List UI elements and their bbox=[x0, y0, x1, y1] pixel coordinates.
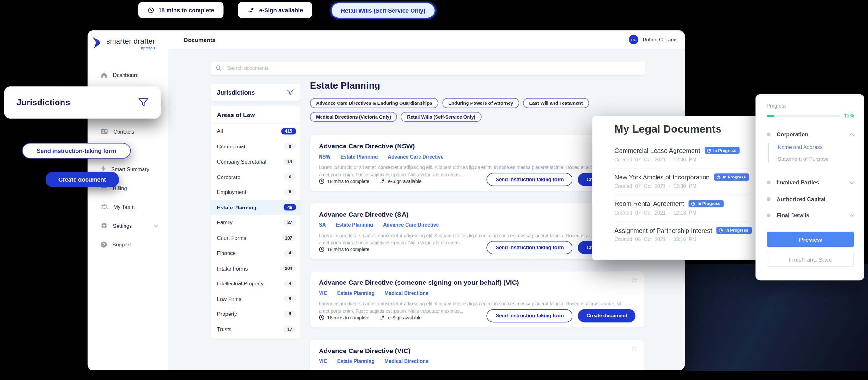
tag-jurisdiction[interactable]: NSW bbox=[319, 154, 331, 160]
sidebar-item-my-team[interactable]: My Team bbox=[101, 202, 158, 211]
substep-statement-purpose[interactable]: Statement of Purpose bbox=[778, 156, 829, 162]
help-icon: ? bbox=[101, 241, 107, 247]
search-input[interactable] bbox=[226, 65, 640, 71]
chip-last-will[interactable]: Last Will and Testament bbox=[523, 98, 589, 108]
create-document-button[interactable]: Create document bbox=[578, 309, 636, 322]
sidebar-item-support[interactable]: ? Support bbox=[101, 240, 158, 249]
chip-advance-care-directives[interactable]: Advance Care Directives & Enduring Guard… bbox=[310, 98, 438, 108]
send-form-button[interactable]: Send instruction-taking form bbox=[487, 241, 572, 254]
area-row-court-forms[interactable]: Court Forms107 bbox=[210, 230, 300, 245]
card-tags: VIC Estate Planning Medical Directions bbox=[319, 358, 636, 364]
area-row-all[interactable]: All415 bbox=[210, 124, 300, 139]
finish-and-save-button[interactable]: Finish and Save bbox=[767, 252, 855, 267]
progress-pie-icon bbox=[707, 148, 711, 152]
area-row-property[interactable]: Property9 bbox=[210, 306, 300, 321]
preview-button[interactable]: Preview bbox=[767, 232, 855, 247]
filters-column: Jurisdictions Areas of Law All415 Commer… bbox=[210, 84, 300, 339]
legal-doc-row[interactable]: Assignment of Partnership Interest In Pr… bbox=[615, 222, 749, 248]
area-row-commercial[interactable]: Commercial9 bbox=[210, 139, 300, 154]
user-name: Robert C. Lane bbox=[643, 37, 677, 42]
sidebar-item-contacts[interactable]: Contacts bbox=[101, 127, 158, 136]
home-icon bbox=[101, 72, 107, 78]
bird-logo-icon bbox=[92, 37, 103, 49]
esign-pen-icon bbox=[379, 315, 385, 321]
area-row-company-secretarial[interactable]: Company Secretarial14 bbox=[210, 154, 300, 169]
tag-type[interactable]: Advance Care Directive bbox=[388, 154, 443, 160]
logo-name: smarter drafter bbox=[106, 37, 155, 45]
esign-callout-badge: e-Sign available bbox=[238, 2, 312, 18]
sidebar-item-dashboard[interactable]: Dashboard bbox=[101, 70, 158, 79]
step-final-details[interactable]: Final Details bbox=[767, 212, 855, 218]
chevron-down-icon bbox=[849, 213, 854, 217]
count-badge: 4 bbox=[284, 250, 296, 256]
star-icon[interactable]: ☆ bbox=[630, 345, 637, 352]
jurisdictions-callout[interactable]: Jurisdictions bbox=[4, 86, 161, 119]
status-badge: In Progress bbox=[688, 200, 723, 207]
tag-area[interactable]: Estate Planning bbox=[337, 290, 375, 296]
area-row-trusts[interactable]: Trusts17 bbox=[210, 322, 300, 337]
area-row-intellectual-property[interactable]: Intellectual Property4 bbox=[210, 276, 300, 291]
create-document-callout-button[interactable]: Create document bbox=[45, 172, 119, 187]
card-meta: 18 mins to complete bbox=[319, 246, 370, 252]
area-row-law-firms[interactable]: Law Firms9 bbox=[210, 291, 300, 306]
card-title: Advance Care Directive (VIC) bbox=[319, 347, 636, 355]
tag-type[interactable]: Advance Care Directive bbox=[383, 222, 439, 228]
created-timestamp: Created 06 Oct 2021 - 03:16 PM bbox=[615, 237, 749, 242]
card-tags: NSW Estate Planning Advance Care Directi… bbox=[319, 154, 636, 160]
area-row-corporate[interactable]: Corporate6 bbox=[210, 169, 300, 184]
count-badge: 204 bbox=[281, 265, 296, 272]
search-icon bbox=[216, 65, 222, 71]
composite-stage: 18 mins to complete e-Sign available Ret… bbox=[0, 0, 868, 380]
count-badge: 4 bbox=[284, 280, 296, 287]
sidebar-item-label: Smart Summary bbox=[111, 166, 149, 172]
sidebar-item-settings[interactable]: Settings bbox=[101, 221, 158, 230]
tag-type[interactable]: Medical Directions bbox=[384, 290, 428, 296]
step-dot bbox=[767, 197, 771, 201]
area-row-estate-planning[interactable]: Estate Planning46 bbox=[210, 200, 300, 215]
tag-area[interactable]: Estate Planning bbox=[340, 154, 378, 160]
step-corporation[interactable]: Corporation bbox=[767, 131, 855, 137]
step-authorized-capital[interactable]: Authorized Capital bbox=[767, 196, 855, 202]
send-form-button[interactable]: Send instruction-taking form bbox=[487, 309, 572, 322]
retail-wills-label: Retail Wills (Self-Service Only) bbox=[341, 7, 426, 14]
star-icon[interactable]: ☆ bbox=[630, 276, 637, 284]
chip-retail-wills[interactable]: Retail Wills (Self-Service Only) bbox=[401, 112, 482, 122]
count-badge: 27 bbox=[283, 219, 296, 226]
content-header: Documents RL Robert C. Lane bbox=[168, 30, 685, 49]
page-title: Documents bbox=[184, 36, 215, 43]
tag-jurisdiction[interactable]: VIC bbox=[319, 358, 327, 364]
area-row-intake-forms[interactable]: Intake Forms204 bbox=[210, 261, 300, 276]
tag-jurisdiction[interactable]: SA bbox=[319, 222, 326, 228]
tag-jurisdiction[interactable]: VIC bbox=[319, 290, 327, 296]
tag-type[interactable]: Medical Directions bbox=[384, 358, 428, 364]
esign-pen-icon bbox=[379, 178, 385, 184]
chip-enduring-powers[interactable]: Enduring Powers of Attorney bbox=[442, 98, 519, 108]
chip-medical-directions[interactable]: Medical Directions (Victoria Only) bbox=[310, 112, 397, 122]
document-card-vic-behalf: ☆ Advance Care Directive (someone signin… bbox=[310, 271, 645, 327]
legal-doc-row[interactable]: Commercial Lease Agreement In Progress C… bbox=[615, 142, 749, 168]
legal-doc-row[interactable]: Room Rental Agreement In Progress Create… bbox=[615, 195, 749, 222]
substep-name-address[interactable]: Name and Address bbox=[778, 144, 829, 150]
chevron-down-icon bbox=[154, 224, 158, 227]
status-badge: In Progress bbox=[717, 227, 752, 234]
area-row-finance[interactable]: Finance4 bbox=[210, 245, 300, 261]
legal-doc-row[interactable]: New York Articles of Incorporation In Pr… bbox=[615, 168, 749, 195]
card-title: Advance Care Directive (NSW) bbox=[319, 142, 636, 150]
tag-area[interactable]: Estate Planning bbox=[337, 358, 375, 364]
retail-wills-chip[interactable]: Retail Wills (Self-Service Only) bbox=[331, 2, 436, 19]
count-badge: 9 bbox=[284, 311, 296, 317]
card-description: Lorem ipsum dolor sit amet, consectetur … bbox=[319, 369, 629, 370]
send-form-callout-button[interactable]: Send instruction-taking form bbox=[22, 143, 130, 158]
clock-icon bbox=[148, 7, 154, 13]
progress-percent: 11% bbox=[844, 113, 854, 119]
jurisdictions-filter[interactable]: Jurisdictions bbox=[210, 84, 300, 100]
search-bar bbox=[210, 61, 646, 75]
logo[interactable]: smarter drafter by tensis bbox=[92, 37, 155, 50]
area-row-family[interactable]: Family27 bbox=[210, 215, 300, 230]
step-involved-parties[interactable]: Involved Parties bbox=[767, 179, 855, 185]
progress-pie-icon bbox=[719, 228, 723, 233]
user-menu[interactable]: RL Robert C. Lane bbox=[629, 35, 677, 44]
area-row-employment[interactable]: Employment5 bbox=[210, 184, 300, 200]
tag-area[interactable]: Estate Planning bbox=[336, 222, 373, 228]
send-form-button[interactable]: Send instruction-taking form bbox=[487, 173, 572, 186]
